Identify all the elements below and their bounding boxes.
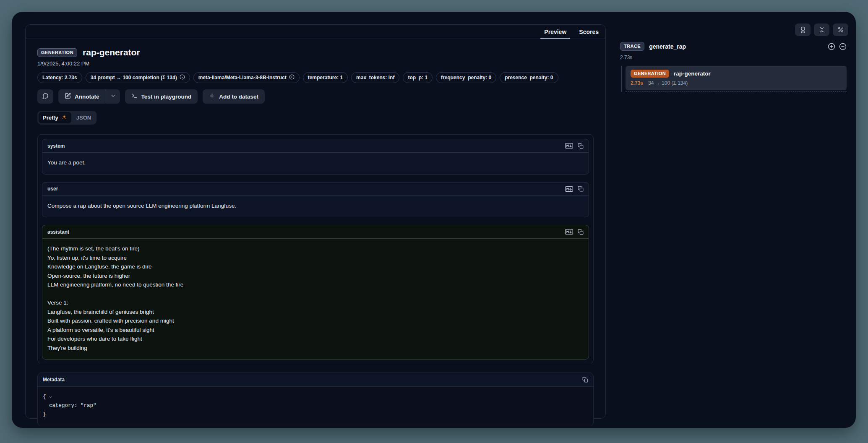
node-token-usage: 34 → 100 (Σ 134): [648, 80, 688, 86]
system-message-content: You are a poet.: [42, 153, 589, 174]
observation-header: GENERATION rap-generator: [37, 47, 594, 57]
metadata-title: Metadata: [43, 377, 65, 383]
trace-latency: 2.73s: [620, 55, 847, 60]
assistant-message-content: (The rhythm is set, the beat's on fire) …: [42, 239, 589, 359]
tab-preview[interactable]: Preview: [544, 25, 566, 39]
edit-icon: [65, 93, 71, 100]
copy-icon[interactable]: [582, 377, 588, 383]
markdown-toggle-icon[interactable]: [565, 186, 573, 192]
trace-tree: GENERATION rap-generator 2.73s 34 → 100 …: [620, 66, 847, 92]
system-message-panel: system You are a poet.: [42, 139, 589, 175]
observation-timestamp: 1/9/2025, 4:00:22 PM: [37, 60, 594, 67]
add-to-dataset-button[interactable]: Add to dataset: [203, 89, 265, 104]
annotate-button[interactable]: Annotate: [58, 89, 106, 104]
node-latency: 2.73s: [631, 80, 643, 86]
markdown-toggle-icon[interactable]: [565, 143, 573, 149]
tree-dashed-divider: [626, 91, 847, 92]
expand-all-icon[interactable]: [828, 43, 835, 50]
latency-badge: Latency: 2.73s: [37, 72, 82, 83]
user-message-panel: user Compose a rap about the open source…: [42, 182, 589, 218]
sparkles-icon: [61, 114, 67, 121]
app-window: Preview Scores GENERATION rap-generator …: [12, 12, 856, 428]
test-in-playground-button[interactable]: Test in playground: [125, 89, 198, 104]
info-icon[interactable]: [180, 74, 185, 81]
observation-detail: GENERATION rap-generator 1/9/2025, 4:00:…: [26, 39, 605, 426]
plus-circle-icon[interactable]: [289, 74, 295, 81]
messages-container: system You are a poet. user: [37, 134, 594, 364]
action-buttons-row: Annotate Test in playground Add to datas…: [37, 89, 594, 104]
max-tokens-badge: max_tokens: inf: [351, 72, 399, 83]
frequency-penalty-badge: frequency_penalty: 0: [436, 72, 496, 83]
observation-badges: Latency: 2.73s 34 prompt → 100 completio…: [37, 72, 594, 83]
metadata-json: { category: "rap" }: [38, 387, 593, 426]
terminal-icon: [131, 93, 138, 100]
metadata-panel: Metadata { category: "rap" }: [37, 373, 594, 426]
assistant-message-panel: assistant (The rhythm is set, the beat's…: [42, 225, 589, 360]
trace-type-badge: TRACE: [620, 42, 644, 51]
fold-vertical-icon[interactable]: [814, 23, 829, 36]
tab-scores[interactable]: Scores: [579, 25, 599, 39]
generation-type-badge: GENERATION: [37, 48, 77, 57]
toggle-pretty[interactable]: Pretty: [39, 112, 71, 123]
trace-header-row: TRACE generate_rap: [620, 42, 847, 51]
annotate-split-button: Annotate: [58, 89, 120, 104]
preview-tabs-bar: Preview Scores: [26, 25, 605, 39]
copy-icon[interactable]: [578, 186, 584, 192]
generation-type-badge: GENERATION: [631, 70, 669, 78]
temperature-badge: temperature: 1: [303, 72, 348, 83]
presence-penalty-badge: presence_penalty: 0: [500, 72, 558, 83]
top-p-badge: top_p: 1: [403, 72, 433, 83]
tree-node-rap-generator[interactable]: GENERATION rap-generator 2.73s 34 → 100 …: [626, 66, 847, 90]
page-title: rap-generator: [83, 47, 140, 57]
user-message-content: Compose a rap about the open source LLM …: [42, 196, 589, 217]
markdown-toggle-icon[interactable]: [565, 229, 573, 235]
collapse-chevron-icon[interactable]: [48, 395, 53, 399]
observation-preview-panel: Preview Scores GENERATION rap-generator …: [25, 24, 606, 419]
toggle-json[interactable]: JSON: [72, 112, 95, 123]
copy-icon[interactable]: [578, 143, 584, 149]
collapse-all-icon[interactable]: [839, 43, 847, 50]
chevron-down-icon: [110, 93, 116, 100]
pretty-json-toggle: Pretty JSON: [37, 111, 96, 125]
role-label: system: [47, 143, 65, 149]
role-label: assistant: [47, 229, 69, 235]
comment-icon: [42, 93, 49, 100]
percent-icon[interactable]: [833, 23, 848, 36]
node-name: rap-generator: [674, 70, 711, 77]
window-toolbar: [795, 23, 848, 36]
role-label: user: [47, 186, 58, 192]
model-badge[interactable]: meta-llama/Meta-Llama-3-8B-Instruct: [193, 72, 300, 83]
tree-guide-line: [621, 66, 626, 92]
comments-button[interactable]: [37, 89, 53, 104]
annotate-dropdown-button[interactable]: [106, 89, 120, 104]
trace-tree-sidebar: TRACE generate_rap 2.73s GENERATION rap-…: [620, 42, 847, 92]
trace-name[interactable]: generate_rap: [649, 43, 686, 50]
award-icon[interactable]: [795, 23, 811, 36]
copy-icon[interactable]: [578, 229, 584, 235]
token-usage-badge: 34 prompt → 100 completion (Σ 134): [86, 72, 190, 83]
plus-icon: [209, 93, 215, 100]
